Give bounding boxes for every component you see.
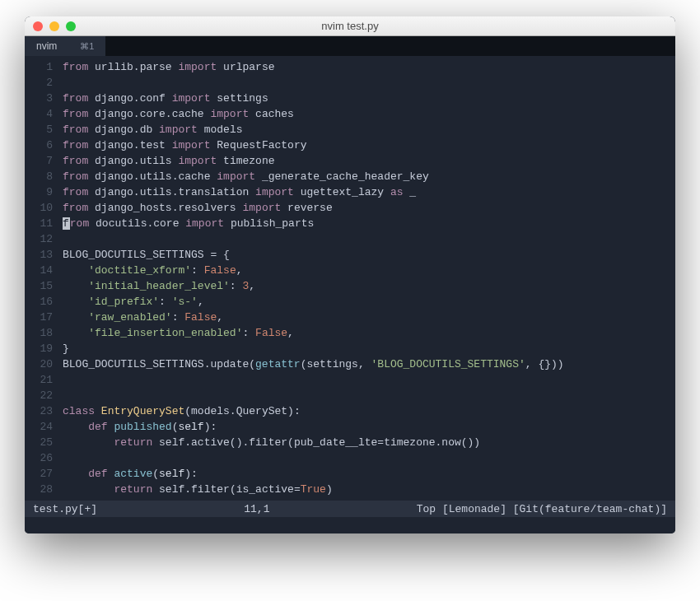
titlebar[interactable]: nvim test.py bbox=[25, 16, 675, 36]
window-title: nvim test.py bbox=[25, 20, 675, 32]
zoom-button[interactable] bbox=[66, 21, 76, 31]
line-number: 13 bbox=[28, 247, 53, 263]
status-info: Top [Lemonade] [Git(feature/team-chat)] bbox=[417, 503, 667, 515]
code-line[interactable]: from django.utils.translation import uge… bbox=[63, 184, 669, 200]
code-line[interactable]: return self.filter(is_active=True) bbox=[63, 482, 669, 497]
line-number: 24 bbox=[28, 419, 53, 435]
line-number: 26 bbox=[28, 450, 53, 466]
code-line[interactable]: return self.active().filter(pub_date__lt… bbox=[63, 435, 669, 450]
code-line[interactable]: 'initial_header_level': 3, bbox=[63, 278, 669, 294]
code-line[interactable]: BLOG_DOCUTILS_SETTINGS = { bbox=[63, 247, 669, 263]
code-line[interactable] bbox=[63, 231, 669, 247]
line-number-gutter: 1234567891011121314151617181920212223242… bbox=[25, 56, 61, 501]
code-line[interactable]: from django.utils.cache import _generate… bbox=[63, 169, 669, 184]
code-line[interactable]: from django.utils import timezone bbox=[63, 153, 669, 169]
code-line[interactable]: class EntryQuerySet(models.QuerySet): bbox=[63, 403, 669, 419]
line-number: 7 bbox=[28, 153, 53, 169]
code-line[interactable] bbox=[63, 450, 669, 466]
code-line[interactable]: from django.core.cache import caches bbox=[63, 106, 669, 122]
code-line[interactable]: 'file_insertion_enabled': False, bbox=[63, 325, 669, 341]
traffic-lights bbox=[25, 21, 76, 31]
line-number: 8 bbox=[28, 169, 53, 184]
line-number: 1 bbox=[28, 59, 53, 75]
code-line[interactable]: def active(self): bbox=[63, 466, 669, 482]
code-line[interactable]: 'doctitle_xform': False, bbox=[63, 263, 669, 278]
code-line[interactable] bbox=[63, 372, 669, 388]
line-number: 12 bbox=[28, 231, 53, 247]
code-line[interactable] bbox=[63, 75, 669, 91]
line-number: 16 bbox=[28, 294, 53, 310]
status-bar: test.py[+] 11,1 Top [Lemonade] [Git(feat… bbox=[25, 501, 675, 517]
line-number: 18 bbox=[28, 325, 53, 341]
code-line[interactable]: from django.db import models bbox=[63, 122, 669, 137]
line-number: 15 bbox=[28, 278, 53, 294]
line-number: 28 bbox=[28, 482, 53, 497]
line-number: 5 bbox=[28, 122, 53, 137]
line-number: 19 bbox=[28, 341, 53, 356]
line-number: 3 bbox=[28, 91, 53, 106]
line-number: 23 bbox=[28, 403, 53, 419]
code-line[interactable]: 'id_prefix': 's-', bbox=[63, 294, 669, 310]
editor-area[interactable]: 1234567891011121314151617181920212223242… bbox=[25, 56, 675, 501]
line-number: 2 bbox=[28, 75, 53, 91]
code-line[interactable]: from django.test import RequestFactory bbox=[63, 137, 669, 153]
code-content[interactable]: from urllib.parse import urlparse from d… bbox=[61, 56, 675, 501]
code-line[interactable] bbox=[63, 388, 669, 403]
line-number: 14 bbox=[28, 263, 53, 278]
line-number: 22 bbox=[28, 388, 53, 403]
status-filename: test.py[+] bbox=[33, 503, 97, 515]
tabbar: nvim ⌘1 bbox=[25, 36, 675, 56]
tab-shortcut: ⌘1 bbox=[80, 41, 94, 52]
line-number: 6 bbox=[28, 137, 53, 153]
status-position: 11,1 bbox=[97, 503, 417, 515]
line-number: 21 bbox=[28, 372, 53, 388]
tab-nvim[interactable]: nvim ⌘1 bbox=[25, 36, 106, 56]
close-button[interactable] bbox=[33, 21, 43, 31]
line-number: 17 bbox=[28, 310, 53, 325]
code-line[interactable]: } bbox=[63, 341, 669, 356]
code-line[interactable]: from urllib.parse import urlparse bbox=[63, 59, 669, 75]
line-number: 27 bbox=[28, 466, 53, 482]
tab-label: nvim bbox=[36, 40, 57, 52]
code-line[interactable]: def published(self): bbox=[63, 419, 669, 435]
line-number: 25 bbox=[28, 435, 53, 450]
line-number: 11 bbox=[28, 216, 53, 231]
line-number: 10 bbox=[28, 200, 53, 216]
code-line[interactable]: from django_hosts.resolvers import rever… bbox=[63, 200, 669, 216]
minimize-button[interactable] bbox=[49, 21, 59, 31]
code-line[interactable]: 'raw_enabled': False, bbox=[63, 310, 669, 325]
code-line[interactable]: from django.conf import settings bbox=[63, 91, 669, 106]
line-number: 4 bbox=[28, 106, 53, 122]
line-number: 20 bbox=[28, 356, 53, 372]
command-line[interactable] bbox=[25, 517, 675, 533]
code-line[interactable]: from docutils.core import publish_parts bbox=[63, 216, 669, 231]
line-number: 9 bbox=[28, 184, 53, 200]
code-line[interactable]: BLOG_DOCUTILS_SETTINGS.update(getattr(se… bbox=[63, 356, 669, 372]
terminal-window: nvim test.py nvim ⌘1 1234567891011121314… bbox=[25, 16, 675, 533]
